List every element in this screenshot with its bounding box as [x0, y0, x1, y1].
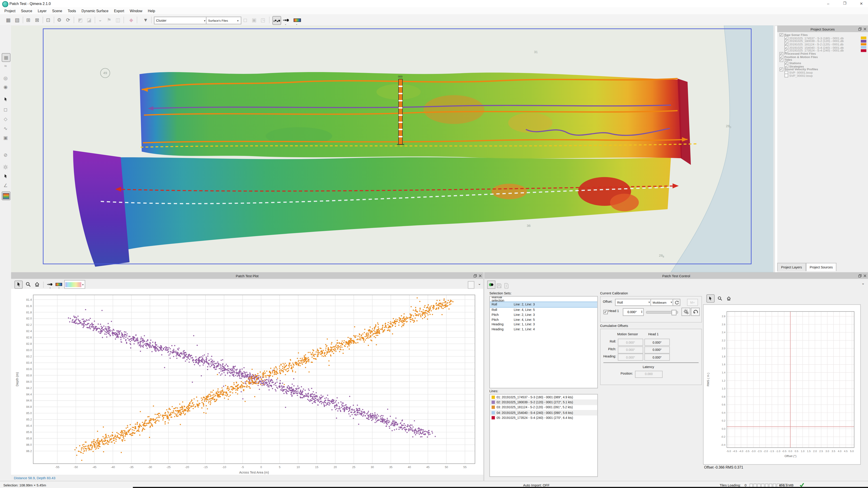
line-row[interactable]: 02: 20191025_180039 - S-2 (120) - 0001 (…: [490, 400, 597, 405]
cut-tool-icon[interactable]: ⊘: [2, 151, 9, 159]
motion-sensor-field[interactable]: 0.000°: [618, 346, 643, 353]
tree-item-group[interactable]: Raw Sonar Files: [778, 33, 867, 36]
motion-sensor-field[interactable]: 0.000°: [618, 354, 643, 361]
close-panel-icon[interactable]: [477, 273, 482, 278]
close-button[interactable]: ✕: [856, 1, 867, 6]
sensor-combobox[interactable]: Multibeam▼: [651, 299, 675, 306]
sv-cast-icon[interactable]: ◒: [96, 16, 104, 24]
export-surface-icon[interactable]: ⊡: [44, 16, 52, 24]
swath-editor-icon[interactable]: ◩: [76, 16, 84, 24]
tree-item-group[interactable]: Tides: [778, 58, 867, 61]
tree-item-group[interactable]: Sound Velocity Profiles: [778, 68, 867, 71]
surface-files-combobox[interactable]: Surface's Files▼: [206, 17, 241, 24]
offset-type-combobox[interactable]: Roll▼: [615, 299, 653, 306]
tree-item-file[interactable]: 20191025_174537 - S-3 (180) - 0001.db: [778, 36, 867, 39]
tree-item-file[interactable]: SVP_00001.bsvp: [778, 71, 867, 74]
position-latency-field[interactable]: 0.000: [635, 370, 662, 378]
head1-offset-spinbox[interactable]: 0.000° ▲▼: [623, 308, 644, 316]
block-select-icon[interactable]: ▣: [2, 134, 9, 142]
plot-menu-chevron-icon[interactable]: ⌄: [478, 282, 481, 286]
undo-button[interactable]: [691, 308, 700, 316]
slider-handle[interactable]: [672, 310, 677, 315]
cursor-tool-icon[interactable]: [2, 95, 9, 103]
menu-item-help[interactable]: Help: [145, 7, 158, 14]
menu-item-scene[interactable]: Scene: [49, 7, 65, 14]
tree-checkbox[interactable]: [784, 74, 788, 77]
plot-colormap-icon[interactable]: ⌄: [55, 281, 63, 288]
selection-set-row[interactable]: PitchLine: 2, Line: 3: [490, 312, 597, 317]
point-size-icon[interactable]: ⌄: [282, 16, 290, 24]
tree-item-group[interactable]: Position & Motion Files: [778, 55, 867, 58]
line-row[interactable]: 04: 20191025_154040 - S-4 (240) - 0001 (…: [490, 410, 597, 415]
grid-view-icon[interactable]: ▦: [2, 53, 10, 62]
tree-item-file[interactable]: 20191025_180039 - S-2 (120) - 0001.db: [778, 39, 867, 43]
head1-field[interactable]: 0.000°: [645, 354, 670, 361]
create-surface-icon[interactable]: ▦: [4, 16, 12, 24]
line-row[interactable]: 03: 20191025_181124 - S-2 (120) - 0001 (…: [490, 405, 597, 410]
scene-right-splitter[interactable]: [773, 26, 775, 272]
selection-set-row[interactable]: HeadingLine: 1, Line: 3: [490, 322, 597, 327]
target-icon[interactable]: ◎: [2, 74, 9, 82]
auto-solve-toggle-button[interactable]: [487, 281, 495, 289]
patch-test-control-header[interactable]: Patch Test Control: [485, 272, 868, 279]
selection-set-row[interactable]: RollLine: 4, Line: 5: [490, 307, 597, 313]
float-panel-icon[interactable]: [857, 27, 862, 31]
beam-icon[interactable]: ◉: [2, 83, 9, 91]
gradient-combobox[interactable]: ▼: [64, 280, 85, 289]
rect-select-icon[interactable]: ◻: [2, 106, 9, 113]
point-display-icon[interactable]: [272, 16, 281, 25]
tree-checkbox[interactable]: [779, 58, 783, 62]
point-size-display-icon[interactable]: ⌄: [46, 281, 54, 288]
tree-item-file[interactable]: 20191025_173524 - S-4 (240) - 0001.db: [778, 49, 867, 52]
scene-view[interactable]: 000 493128036288: [11, 26, 775, 272]
patch-test-icon[interactable]: ◆: [127, 16, 135, 24]
motion-sensor-field[interactable]: 0.000°: [618, 339, 643, 346]
selection-set-row[interactable]: HeadingLine: 1, Line: 4: [490, 327, 597, 332]
tab-project-sources[interactable]: Project Sources: [806, 263, 837, 271]
tree-item-group[interactable]: Strategies: [778, 65, 867, 68]
selection-set-row[interactable]: RollLine: 2, Line: 3: [490, 301, 597, 307]
cluster-combobox[interactable]: Cluster▼: [154, 17, 208, 24]
processing-settings-icon[interactable]: ⚙: [55, 16, 63, 24]
angle-tool-icon[interactable]: ∠: [2, 182, 9, 189]
menu-item-project[interactable]: Project: [2, 7, 18, 14]
home-view-button[interactable]: [33, 281, 40, 288]
tree-checkbox[interactable]: [779, 33, 783, 37]
spinner-arrows[interactable]: ▲▼: [641, 310, 643, 314]
menu-item-window[interactable]: Window: [127, 7, 145, 14]
save-calibration-icon[interactable]: [496, 281, 502, 291]
tree-item-file[interactable]: SVP_00002.bsvp: [778, 74, 867, 77]
selection-sets-list[interactable]: Manual selectionRollLine: 2, Line: 3Roll…: [489, 296, 598, 388]
tree-checkbox[interactable]: [779, 68, 783, 71]
selection-set-row[interactable]: Manual selection: [490, 297, 597, 302]
solve-settings-button[interactable]: [682, 308, 690, 316]
control-menu-chevron-icon[interactable]: ⌄: [862, 281, 865, 286]
tree-item-file[interactable]: 20191025_154040 - S-4 (240) - 0001.db: [778, 46, 867, 49]
profile-view-icon[interactable]: ≈: [2, 62, 9, 70]
float-panel-icon[interactable]: [473, 273, 477, 278]
selection-set-row[interactable]: PitchLine: 4, Line: 5: [490, 317, 597, 322]
filter-funnel-icon[interactable]: ▼: [142, 16, 149, 24]
flag-line-icon[interactable]: ⚑: [105, 16, 113, 24]
tree-item-group[interactable]: Stations: [778, 61, 867, 65]
filter-rect-dashed-icon[interactable]: ◻: [241, 16, 249, 24]
gear-tool-icon[interactable]: [2, 163, 9, 171]
report-icon[interactable]: [503, 281, 509, 291]
menu-item-tools[interactable]: Tools: [65, 7, 79, 14]
import-grid-icon[interactable]: ⊠: [33, 16, 41, 24]
tree-item-group[interactable]: Processed Point Files: [778, 52, 867, 55]
reprocess-icon[interactable]: ⟳: [64, 16, 72, 24]
offset-slider[interactable]: [646, 311, 678, 314]
refresh-button[interactable]: [673, 299, 680, 306]
lines-list[interactable]: 01: 20191025_174537 - S-3 (180) - 0001 (…: [489, 394, 598, 477]
swath-lock-icon[interactable]: ◪: [85, 16, 93, 24]
zoom-tool-button[interactable]: [24, 281, 32, 288]
slice-editor-icon[interactable]: ◫: [114, 16, 122, 24]
select-tool-button[interactable]: [14, 280, 23, 289]
project-sources-header[interactable]: Project Sources: [777, 26, 868, 32]
minimize-button[interactable]: –: [823, 2, 834, 5]
head1-field[interactable]: 0.000°: [645, 346, 670, 353]
close-panel-icon[interactable]: [863, 27, 867, 31]
rms-plot-container[interactable]: -5.0-4.5-4.0-3.5-3.0-2.5-2.0-1.5-1.0-0.5…: [703, 304, 861, 465]
menu-item-dynamic-surface[interactable]: Dynamic Surface: [79, 7, 111, 14]
